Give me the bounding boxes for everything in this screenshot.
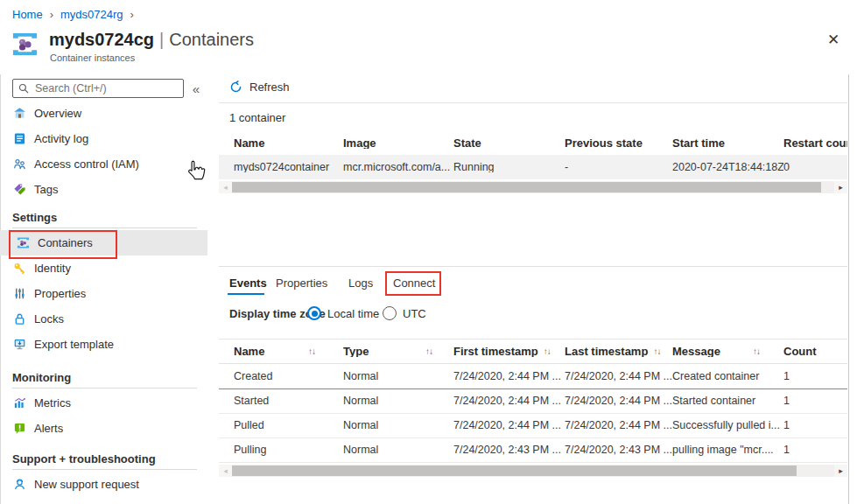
radio-local-time-label[interactable]: Local time xyxy=(327,308,379,319)
tags-icon xyxy=(12,183,26,197)
column-label: Type xyxy=(343,346,369,357)
breadcrumb-link-resource-group[interactable]: myds0724rg xyxy=(60,9,123,20)
cell-state: Running xyxy=(453,162,565,173)
access-control-icon xyxy=(12,158,26,172)
tab-logs[interactable]: Logs xyxy=(348,277,373,289)
close-icon[interactable]: ✕ xyxy=(827,32,839,47)
alerts-icon xyxy=(12,422,26,436)
column-header-start-time: Start time xyxy=(672,137,783,149)
tab-properties[interactable]: Properties xyxy=(276,277,327,289)
column-header-count: Count xyxy=(783,346,847,357)
column-header-first-timestamp[interactable]: First timestamp ↑↓ xyxy=(453,346,565,357)
sidebar-section-settings: Settings xyxy=(0,206,207,228)
sidebar-item-export-template[interactable]: Export template xyxy=(0,332,207,357)
sidebar-item-containers[interactable]: Containers xyxy=(0,230,207,256)
scrollbar-track[interactable] xyxy=(232,181,834,193)
sort-icon: ↑↓ xyxy=(653,347,660,356)
support-request-icon xyxy=(12,478,26,492)
scrollbar-thumb[interactable] xyxy=(232,466,797,476)
container-row[interactable]: myds0724container mcr.microsoft.com/a...… xyxy=(219,155,847,179)
refresh-button[interactable]: Refresh xyxy=(229,80,290,94)
cell-last-timestamp: 7/24/2020, 2:44 PM ... xyxy=(565,371,672,382)
sidebar-item-label: Overview xyxy=(34,108,81,119)
tab-events[interactable]: Events xyxy=(229,277,267,289)
event-row-created[interactable]: Created Normal 7/24/2020, 2:44 PM ... 7/… xyxy=(219,364,847,389)
sidebar-item-metrics[interactable]: Metrics xyxy=(0,390,207,416)
sidebar-item-access-control[interactable]: Access control (IAM) xyxy=(0,151,207,177)
sort-icon: ↑↓ xyxy=(544,347,551,356)
cell-first-timestamp: 7/24/2020, 2:44 PM ... xyxy=(453,371,565,382)
radio-utc[interactable] xyxy=(383,306,397,320)
sidebar: « Overview Activity log Access control (… xyxy=(0,74,207,504)
title-divider: | xyxy=(159,30,164,49)
cell-name: Started xyxy=(234,396,343,407)
tab-connect[interactable]: Connect xyxy=(393,277,435,289)
scroll-left-icon[interactable]: ◂ xyxy=(219,181,232,193)
cell-name: Created xyxy=(234,371,343,382)
sidebar-item-activity-log[interactable]: Activity log xyxy=(0,126,207,151)
divider xyxy=(12,388,197,388)
sidebar-item-overview[interactable]: Overview xyxy=(0,101,207,126)
refresh-icon xyxy=(229,80,242,94)
sidebar-nav-general: Overview Activity log Access control (IA… xyxy=(0,101,207,202)
column-header-name[interactable]: Name ↑↓ xyxy=(234,346,343,357)
scroll-right-icon[interactable]: ▸ xyxy=(834,181,847,193)
column-label: Message xyxy=(672,346,720,357)
events-table-header: Name ↑↓ Type ↑↓ First timestamp ↑↓ Last … xyxy=(219,339,847,364)
sidebar-item-identity[interactable]: Identity xyxy=(0,256,207,281)
sidebar-item-properties[interactable]: Properties xyxy=(0,281,207,306)
cell-type: Normal xyxy=(343,396,453,407)
search-input-wrap xyxy=(12,79,184,98)
sidebar-item-label: Tags xyxy=(34,184,58,195)
scroll-left-icon[interactable]: ◂ xyxy=(219,465,232,477)
sidebar-item-locks[interactable]: Locks xyxy=(0,306,207,332)
sort-icon: ↑↓ xyxy=(308,347,315,356)
cell-message: Started container xyxy=(672,396,783,407)
sidebar-item-label: Locks xyxy=(34,313,64,325)
cell-name: Pulling xyxy=(234,444,343,456)
page-title: myds0724cg|Containers xyxy=(49,31,254,48)
event-row-started[interactable]: Started Normal 7/24/2020, 2:44 PM ... 7/… xyxy=(219,389,847,414)
cell-last-timestamp: 7/24/2020, 2:44 PM ... xyxy=(565,396,672,407)
chevron-right-icon: › xyxy=(130,9,134,20)
column-header-name: Name xyxy=(234,137,343,149)
radio-local-time[interactable] xyxy=(307,306,321,320)
column-header-restart-count: Restart count xyxy=(783,137,847,149)
scrollbar-thumb[interactable] xyxy=(232,182,821,192)
containers-table-scrollbar[interactable]: ◂ ▸ xyxy=(219,181,847,193)
cell-message: pulling image "mcr.... xyxy=(672,444,783,456)
column-label: Last timestamp xyxy=(565,346,648,357)
cell-start-time: 2020-07-24T18:44:18Z xyxy=(672,162,783,173)
sidebar-item-label: Alerts xyxy=(34,423,63,434)
column-header-type[interactable]: Type ↑↓ xyxy=(343,346,453,357)
overview-icon xyxy=(12,107,26,121)
cell-type: Normal xyxy=(343,444,453,456)
sidebar-item-label: Activity log xyxy=(34,133,88,144)
sidebar-item-new-support-request[interactable]: New support request xyxy=(0,472,207,497)
sidebar-search-row: « xyxy=(12,79,202,98)
breadcrumb-link-home[interactable]: Home xyxy=(12,9,43,20)
sidebar-section-support: Support + troubleshooting xyxy=(0,447,207,469)
column-header-message[interactable]: Message ↑↓ xyxy=(672,346,783,357)
cell-last-timestamp: 7/24/2020, 2:43 PM ... xyxy=(565,444,672,456)
events-table-scrollbar[interactable]: ◂ ▸ xyxy=(219,465,847,477)
sidebar-item-tags[interactable]: Tags xyxy=(0,177,207,202)
cell-name: myds0724container xyxy=(234,162,343,173)
sidebar-item-label: Containers xyxy=(38,237,93,248)
export-template-icon xyxy=(12,338,26,352)
sidebar-item-label: Identity xyxy=(34,262,71,274)
event-row-pulling[interactable]: Pulling Normal 7/24/2020, 2:43 PM ... 7/… xyxy=(219,438,847,463)
divider xyxy=(219,102,847,103)
column-header-last-timestamp[interactable]: Last timestamp ↑↓ xyxy=(565,346,672,357)
pane-right-border xyxy=(848,74,849,504)
sort-icon: ↑↓ xyxy=(425,347,432,356)
sidebar-item-alerts[interactable]: Alerts xyxy=(0,416,207,441)
search-input[interactable] xyxy=(33,81,178,95)
container-instances-icon xyxy=(11,31,39,58)
scroll-right-icon[interactable]: ▸ xyxy=(834,465,847,477)
collapse-sidebar-icon[interactable]: « xyxy=(190,80,202,97)
radio-utc-label[interactable]: UTC xyxy=(403,308,426,319)
scrollbar-track[interactable] xyxy=(232,465,834,477)
sidebar-item-label: Export template xyxy=(34,339,114,350)
event-row-pulled[interactable]: Pulled Normal 7/24/2020, 2:44 PM ... 7/2… xyxy=(219,414,847,438)
